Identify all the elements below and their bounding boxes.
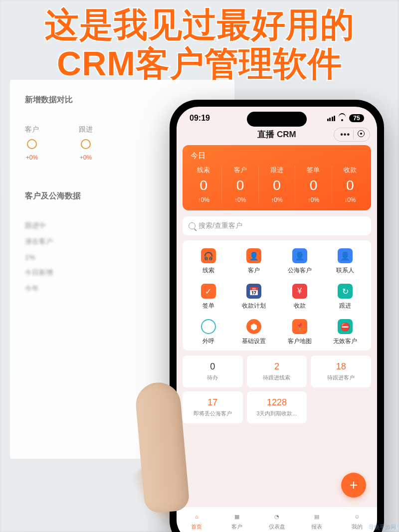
stat-col[interactable]: 客户 0 ↑0% <box>222 166 258 203</box>
menu-icon: ¥ <box>292 284 307 299</box>
summary-value: 0 <box>186 361 240 372</box>
bg-head: 跟进 <box>79 125 93 134</box>
menu-item-线索[interactable]: 🎧 线索 <box>186 248 231 275</box>
close-target-icon[interactable] <box>354 130 367 140</box>
headline-overlay: 这是我见过最好用的 CRM客户管理软件 <box>0 5 399 83</box>
tab-bar: ⌂ 首页▦ 客户◔ 仪表盘▤ 报表☺ 我的 <box>177 507 377 532</box>
headline-line2: CRM客户管理软件 <box>0 44 399 83</box>
summary-label: 待跟进线索 <box>250 374 304 381</box>
today-stats-panel[interactable]: 今日 线索 0 ↑0%客户 0 ↑0%跟进 0 ↑0%签单 0 ↑0%收款 0 <box>183 145 371 210</box>
summary-card[interactable]: 17 即将丢公海客户 <box>183 391 243 423</box>
menu-icon: ⬢ <box>246 319 261 334</box>
summary-label: 待跟进客户 <box>314 374 368 381</box>
menu-label: 跟进 <box>339 302 351 310</box>
menu-label: 签单 <box>202 302 214 310</box>
circle-icon <box>81 139 91 149</box>
bg-head: 客户 <box>25 125 39 134</box>
summary-card[interactable]: 1228 3天内到期收款... <box>247 391 307 423</box>
menu-item-收款[interactable]: ¥ 收款 <box>277 284 323 310</box>
circle-icon <box>27 139 37 149</box>
search-placeholder: 搜索/查重客户 <box>199 221 242 230</box>
stat-col[interactable]: 线索 0 ↑0% <box>186 166 222 203</box>
menu-item-联系人[interactable]: 👤 联系人 <box>323 248 369 275</box>
menu-item-收款计划[interactable]: 📅 收款计划 <box>231 284 277 310</box>
tab-icon: ⌂ <box>191 511 202 522</box>
menu-icon: 👤 <box>292 248 307 263</box>
menu-icon: ✓ <box>201 284 216 299</box>
stat-value: 0 <box>295 177 331 193</box>
tab-label: 仪表盘 <box>269 523 285 531</box>
watermark: 导航手游网 <box>369 524 396 531</box>
phone-frame: 09:19 75 直播 CRM ••• 今日 线索 0 ↑0%客户 0 <box>170 100 384 532</box>
stat-delta: ↑0% <box>259 196 295 203</box>
summary-value: 1228 <box>250 397 304 408</box>
menu-item-外呼[interactable]: ○ 外呼 <box>186 319 231 346</box>
tab-label: 客户 <box>231 523 242 531</box>
stat-value: 0 <box>332 177 368 193</box>
summary-card[interactable]: 2 待跟进线索 <box>247 355 307 387</box>
summary-value: 2 <box>250 361 304 372</box>
menu-icon: 📅 <box>246 284 261 299</box>
battery-icon: 75 <box>349 114 364 122</box>
menu-item-无效客户[interactable]: ⛔ 无效客户 <box>323 319 369 346</box>
headline-line1: 这是我见过最好用的 <box>0 5 399 44</box>
menu-icon: ↻ <box>338 284 353 299</box>
tab-客户[interactable]: ▦ 客户 <box>216 507 256 532</box>
tab-报表[interactable]: ▤ 报表 <box>297 507 337 532</box>
stat-value: 0 <box>222 177 258 193</box>
stat-label: 客户 <box>222 166 258 175</box>
menu-item-基础设置[interactable]: ⬢ 基础设置 <box>231 319 277 346</box>
stat-col[interactable]: 跟进 0 ↑0% <box>259 166 295 203</box>
stat-label: 收款 <box>332 166 368 175</box>
menu-label: 无效客户 <box>333 337 357 346</box>
menu-item-公海客户[interactable]: 👤 公海客户 <box>277 248 323 275</box>
menu-label: 客户地图 <box>288 337 312 346</box>
wifi-icon <box>338 115 346 121</box>
menu-label: 收款计划 <box>242 302 266 310</box>
miniprogram-controls[interactable]: ••• <box>334 128 370 142</box>
stat-delta: ↑0% <box>186 196 221 203</box>
menu-item-跟进[interactable]: ↻ 跟进 <box>323 284 369 310</box>
stat-col[interactable]: 签单 0 ↑0% <box>295 166 332 203</box>
add-fab-button[interactable]: + <box>341 473 366 498</box>
menu-item-签单[interactable]: ✓ 签单 <box>186 284 231 310</box>
summary-label: 即将丢公海客户 <box>186 410 240 417</box>
more-icon[interactable]: ••• <box>337 130 354 139</box>
tab-icon: ▤ <box>311 511 322 522</box>
search-input[interactable]: 搜索/查重客户 <box>183 216 371 235</box>
status-time: 09:19 <box>190 114 210 123</box>
summary-value: 18 <box>314 361 368 372</box>
stat-col[interactable]: 收款 0 ↓0% <box>332 166 368 203</box>
menu-icon: 📍 <box>292 319 307 334</box>
menu-icon: 👤 <box>338 248 353 263</box>
summary-card[interactable]: 18 待跟进客户 <box>311 355 371 387</box>
menu-grid: 🎧 线索👤 客户👤 公海客户👤 联系人✓ 签单📅 收款计划¥ 收款↻ 跟进○ 外… <box>183 240 371 351</box>
stat-label: 跟进 <box>259 166 295 175</box>
summary-card[interactable]: 0 待办 <box>183 355 243 387</box>
menu-label: 基础设置 <box>242 337 266 346</box>
stat-label: 签单 <box>295 166 331 175</box>
signal-icon <box>327 116 336 121</box>
tab-仪表盘[interactable]: ◔ 仪表盘 <box>257 507 297 532</box>
plus-icon: + <box>350 477 358 493</box>
menu-icon: 🎧 <box>201 248 216 263</box>
menu-item-客户[interactable]: 👤 客户 <box>231 248 277 275</box>
menu-label: 线索 <box>202 266 214 275</box>
app-header: 直播 CRM ••• <box>177 125 377 145</box>
tab-label: 首页 <box>191 523 202 531</box>
menu-label: 收款 <box>294 302 306 310</box>
tab-icon: ◔ <box>271 511 282 522</box>
tab-首页[interactable]: ⌂ 首页 <box>177 507 216 532</box>
bg-pct: +0% <box>80 154 92 161</box>
summary-value: 17 <box>186 397 240 408</box>
summary-label: 待办 <box>186 374 240 381</box>
tab-icon: ☺ <box>352 511 363 522</box>
stat-delta: ↑0% <box>295 196 331 203</box>
menu-icon: ○ <box>201 319 216 334</box>
stat-value: 0 <box>259 177 295 193</box>
menu-item-客户地图[interactable]: 📍 客户地图 <box>277 319 323 346</box>
tab-label: 报表 <box>311 523 322 531</box>
stats-title: 今日 <box>186 151 368 161</box>
stat-delta: ↑0% <box>222 196 258 203</box>
tab-icon: ▦ <box>231 511 242 522</box>
